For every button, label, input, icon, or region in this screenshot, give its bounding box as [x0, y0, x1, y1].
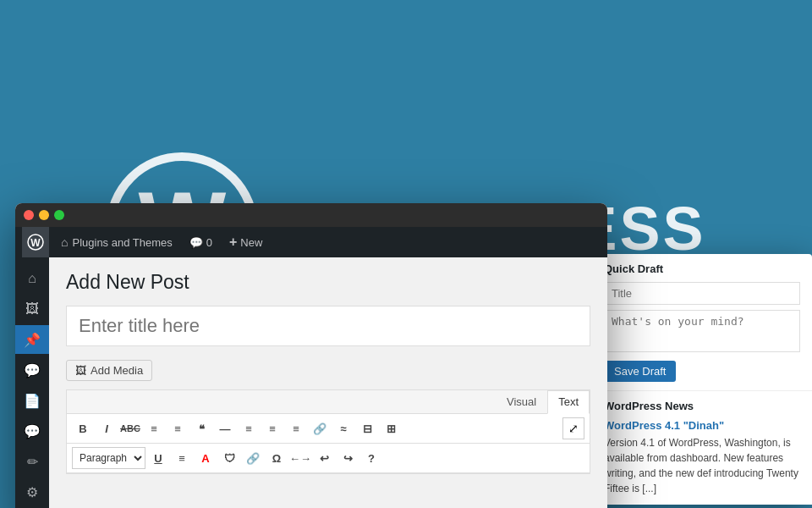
sidebar-item-settings[interactable]: ⚙: [15, 478, 49, 506]
toolbar-italic[interactable]: I: [96, 417, 118, 439]
admin-bar-home[interactable]: ⌂ Plugins and Themes: [52, 227, 181, 257]
editor-expand-button[interactable]: ⤢: [562, 417, 584, 439]
content-area: ⌂ 🖼 📌 💬 📄 💬 ✏ ⚙ Add New Post 🖼 Add Media: [15, 257, 607, 508]
toolbar-unordered-list[interactable]: ≡: [143, 417, 165, 439]
toolbar-help[interactable]: ?: [360, 447, 382, 469]
sidebar-item-posts[interactable]: 📌: [15, 325, 49, 354]
sidebar-item-feedback[interactable]: 💬: [15, 417, 49, 445]
admin-bar-site-name: Plugins and Themes: [72, 236, 172, 249]
toolbar-paste-text[interactable]: 🛡: [218, 447, 240, 469]
page-title: Add New Post: [66, 271, 590, 294]
toolbar-row-2: Paragraph Heading 1 Heading 2 U ≡ A 🛡 🔗 …: [67, 444, 590, 473]
toolbar-align-left[interactable]: ≡: [238, 417, 260, 439]
toolbar-indent[interactable]: ←→: [289, 447, 311, 469]
wp-admin-icon[interactable]: W: [22, 227, 49, 257]
toolbar-special-char[interactable]: Ω: [266, 447, 288, 469]
quick-draft-heading: Quick Draft: [604, 262, 800, 275]
save-draft-button[interactable]: Save Draft: [604, 361, 676, 382]
quick-draft-title-input[interactable]: [604, 282, 800, 305]
toolbar-horizontal-rule[interactable]: —: [214, 417, 236, 439]
plus-icon: +: [229, 235, 237, 250]
secondary-window: Quick Draft Save Draft WordPress News Wo…: [592, 254, 812, 505]
home-icon: ⌂: [61, 235, 68, 249]
wp-news-article-text: Version 4.1 of WordPress, Washington, is…: [604, 435, 800, 496]
close-dot[interactable]: [24, 210, 34, 220]
wp-news-article-link[interactable]: WordPress 4.1 "Dinah": [604, 419, 800, 432]
wp-news-heading: WordPress News: [604, 400, 800, 412]
toolbar-bold[interactable]: B: [72, 417, 94, 439]
title-bar: [15, 203, 607, 227]
post-editor-area: Add New Post 🖼 Add Media Visual Text: [49, 257, 607, 508]
admin-bar-new[interactable]: + New: [221, 235, 271, 250]
editor-area: Visual Text B I ABC ≡ ≡ ❝ — ≡ ≡: [66, 389, 590, 474]
maximize-dot[interactable]: [54, 210, 64, 220]
paragraph-format-select[interactable]: Paragraph Heading 1 Heading 2: [72, 447, 145, 469]
add-media-label: Add Media: [91, 364, 143, 377]
toolbar-strikethrough[interactable]: ABC: [119, 417, 141, 439]
toolbar-link[interactable]: 🔗: [309, 417, 331, 439]
toolbar-underline[interactable]: U: [147, 447, 169, 469]
tab-text[interactable]: Text: [547, 390, 590, 414]
toolbar-ordered-list[interactable]: ≡: [167, 417, 189, 439]
svg-text:W: W: [30, 237, 41, 249]
sidebar-item-appearance[interactable]: ✏: [15, 447, 49, 476]
toolbar-align-right[interactable]: ≡: [285, 417, 307, 439]
sidebar-item-media[interactable]: 🖼: [15, 295, 49, 323]
admin-bar: W ⌂ Plugins and Themes 💬 0 + New: [15, 227, 607, 257]
comment-icon: 💬: [189, 236, 203, 249]
comments-count: 0: [206, 236, 212, 249]
toolbar-fullscreen[interactable]: ⊞: [380, 417, 402, 439]
main-window: W ⌂ Plugins and Themes 💬 0 + New ⌂ 🖼 📌 💬…: [15, 203, 607, 508]
sidebar-item-pages[interactable]: 📄: [15, 386, 49, 415]
toolbar-redo[interactable]: ↪: [337, 447, 359, 469]
new-label: New: [240, 236, 262, 249]
admin-bar-comments[interactable]: 💬 0: [181, 236, 221, 249]
sidebar-item-dashboard[interactable]: ⌂: [15, 264, 49, 293]
post-title-input[interactable]: [66, 306, 590, 346]
toolbar-align-center[interactable]: ≡: [261, 417, 283, 439]
minimize-dot[interactable]: [39, 210, 49, 220]
add-media-button[interactable]: 🖼 Add Media: [66, 360, 152, 381]
toolbar-custom-link[interactable]: 🔗: [242, 447, 264, 469]
admin-sidebar: ⌂ 🖼 📌 💬 📄 💬 ✏ ⚙: [15, 257, 49, 508]
toolbar-undo[interactable]: ↩: [313, 447, 335, 469]
sidebar-item-comments[interactable]: 💬: [15, 356, 49, 384]
toolbar-text-color[interactable]: A: [195, 447, 217, 469]
toolbar-blockquote[interactable]: ❝: [190, 417, 212, 439]
toolbar-insert[interactable]: ⊟: [356, 417, 378, 439]
toolbar-row-1: B I ABC ≡ ≡ ❝ — ≡ ≡ ≡ 🔗 ≈ ⊟ ⊞ ⤢: [67, 414, 590, 444]
toolbar-justify[interactable]: ≡: [171, 447, 193, 469]
editor-tabs: Visual Text: [67, 390, 590, 414]
quick-draft-content-input[interactable]: [604, 310, 800, 352]
toolbar-unlink[interactable]: ≈: [332, 417, 354, 439]
wp-news-section: WordPress News WordPress 4.1 "Dinah" Ver…: [592, 390, 812, 505]
tab-visual[interactable]: Visual: [496, 390, 547, 413]
add-media-icon: 🖼: [75, 364, 86, 377]
